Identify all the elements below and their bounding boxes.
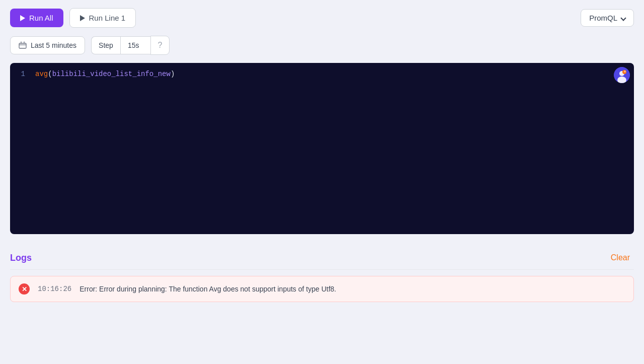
chevron-down-icon xyxy=(620,15,626,21)
logs-header: Logs Clear xyxy=(10,244,634,270)
code-metric: bilibili_video_list_info_new xyxy=(52,70,171,78)
second-toolbar: Last 5 minutes Step ? xyxy=(0,36,644,63)
step-input[interactable] xyxy=(120,36,150,54)
time-range-label: Last 5 minutes xyxy=(31,41,76,49)
run-all-label: Run All xyxy=(29,14,53,22)
clock-icon xyxy=(19,41,27,49)
editor-avatar-button[interactable] xyxy=(614,67,630,83)
promql-selector[interactable]: PromQL xyxy=(581,9,634,27)
time-range-button[interactable]: Last 5 minutes xyxy=(10,36,85,54)
code-close-paren: ) xyxy=(171,70,175,78)
code-open-paren: ( xyxy=(48,70,52,78)
logs-section: Logs Clear ✕ 10:16:26 Error: Error durin… xyxy=(10,244,634,302)
editor-line-1: 1 avg(bilibili_video_list_info_new) xyxy=(10,63,634,86)
step-help-icon[interactable]: ? xyxy=(150,36,170,55)
play-icon xyxy=(20,15,25,21)
clear-button[interactable]: Clear xyxy=(607,251,634,264)
run-line-label: Run Line 1 xyxy=(89,14,126,22)
logs-title: Logs xyxy=(10,253,32,263)
toolbar-left: Run All Run Line 1 xyxy=(10,8,136,28)
log-message: Error: Error during planning: The functi… xyxy=(79,285,625,293)
line-number: 1 xyxy=(10,69,35,80)
log-timestamp: 10:16:26 xyxy=(38,285,71,293)
avatar-icon xyxy=(614,67,630,83)
code-editor[interactable]: 1 avg(bilibili_video_list_info_new) xyxy=(10,63,634,234)
line-content: avg(bilibili_video_list_info_new) xyxy=(35,69,634,80)
svg-rect-0 xyxy=(19,43,26,48)
run-all-button[interactable]: Run All xyxy=(10,9,63,27)
run-line-button[interactable]: Run Line 1 xyxy=(69,8,136,28)
code-function: avg xyxy=(35,70,48,78)
svg-point-8 xyxy=(624,70,626,72)
step-container: Step ? xyxy=(91,36,170,55)
log-entry: ✕ 10:16:26 Error: Error during planning:… xyxy=(10,276,634,302)
main-toolbar: Run All Run Line 1 PromQL xyxy=(0,0,644,36)
promql-label: PromQL xyxy=(589,14,617,22)
step-label: Step xyxy=(91,36,120,54)
editor-avatar xyxy=(614,67,630,83)
play-icon-2 xyxy=(80,15,85,21)
error-icon: ✕ xyxy=(19,283,30,295)
